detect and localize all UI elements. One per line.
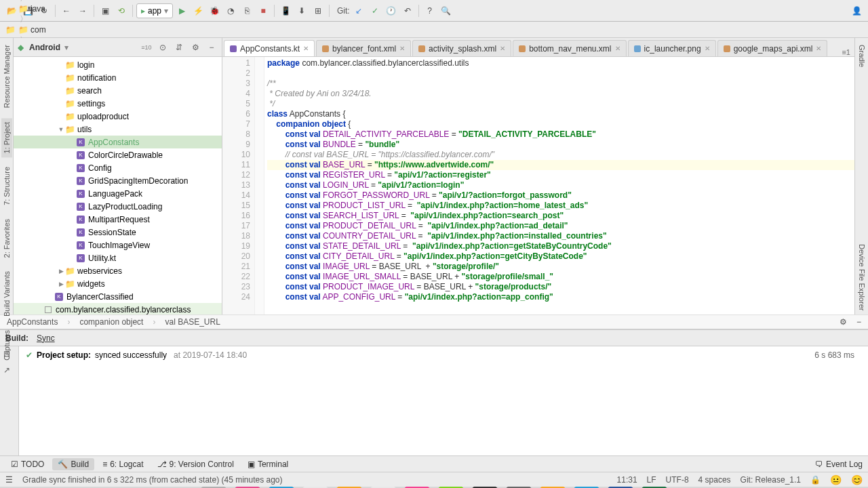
lock-icon[interactable]: 🔒 (810, 475, 821, 485)
tree-node[interactable]: KColorCircleDrawable (14, 148, 222, 161)
avd-icon[interactable]: 📱 (278, 3, 293, 18)
close-tab-icon[interactable]: ✕ (615, 45, 620, 52)
breadcrumb-item[interactable]: 📁 com (18, 25, 103, 35)
favorites-tab[interactable]: 2: Favorites (1, 215, 12, 262)
project-tab[interactable]: 1: Project (1, 118, 12, 157)
open-icon[interactable]: 📂 (4, 3, 19, 18)
tree-node[interactable]: KMultipartRequest (14, 213, 222, 226)
event-log-tab[interactable]: 🗨 Event Log (815, 460, 863, 469)
tree-node[interactable]: KTouchImageView (14, 239, 222, 251)
indent[interactable]: 4 spaces (698, 475, 731, 485)
menu-icon[interactable]: ☰ (5, 475, 13, 485)
success-icon: ✔ (26, 350, 33, 360)
gradle-tab[interactable]: Gradle (856, 41, 867, 71)
debug-icon[interactable]: 🐞 (207, 3, 222, 18)
run-icon[interactable]: ▶ (174, 3, 189, 18)
folder-icon: 📁 (5, 25, 16, 35)
encoding[interactable]: UTF-8 (666, 475, 689, 485)
tree-node[interactable]: 📁login (14, 58, 222, 71)
tree-node[interactable]: KAppConstants (14, 136, 222, 148)
build-variants-tab[interactable]: Build Variants (1, 267, 12, 321)
caret-position[interactable]: 11:31 (617, 475, 637, 485)
editor-tab[interactable]: AppConstants.kt✕ (224, 40, 315, 56)
tree-node[interactable]: 📁settings (14, 97, 222, 110)
build-hide-icon[interactable]: − (856, 317, 861, 327)
code-crumb[interactable]: AppConstants (7, 317, 58, 327)
tree-node[interactable]: KConfig (14, 161, 222, 174)
tree-node[interactable]: ▼📁utils (14, 123, 222, 136)
project-header: ◆ Android ▾ ≡10 ⊙ ⇵ ⚙ − (14, 38, 222, 57)
code-editor[interactable]: package com.bylancer.classified.bylancer… (264, 57, 854, 314)
sync-icon[interactable]: ⟲ (114, 3, 129, 18)
tree-node[interactable]: com.bylancer.classified.bylancerclass (14, 303, 222, 314)
collapse-icon[interactable]: ⇵ (173, 41, 185, 54)
target-icon[interactable]: ⊙ (157, 41, 169, 54)
stop-icon[interactable]: ■ (256, 3, 271, 18)
inspection-icon[interactable]: 😐 (830, 474, 842, 485)
device-explorer-tab[interactable]: Device File Explorer (856, 240, 867, 314)
resource-manager-tab[interactable]: Resource Manager (1, 41, 12, 113)
build-tab[interactable]: 🔨 Build (52, 458, 94, 470)
tree-node[interactable]: KLanguagePack (14, 187, 222, 200)
code-crumb[interactable]: companion object (79, 317, 143, 327)
profile-icon[interactable]: ◔ (223, 3, 238, 18)
breadcrumb-item[interactable]: 📁 java (18, 4, 103, 14)
user-icon[interactable]: 👤 (849, 3, 864, 18)
tree-node[interactable]: KUtility.kt (14, 251, 222, 264)
project-panel: ◆ Android ▾ ≡10 ⊙ ⇵ ⚙ − 📁login📁notificat… (14, 38, 222, 314)
git-update-icon[interactable]: ↙ (351, 3, 366, 18)
right-tool-strip: Gradle Device File Explorer (854, 38, 868, 314)
logcat-tab[interactable]: ≡ 6: Logcat (97, 458, 149, 470)
close-tab-icon[interactable]: ✕ (705, 45, 710, 52)
project-view-title[interactable]: Android (29, 43, 60, 52)
sdk-icon[interactable]: ⬇ (294, 3, 309, 18)
editor-tab[interactable]: ic_launcher.png✕ (628, 40, 716, 56)
sync-tab[interactable]: Sync (37, 333, 55, 343)
terminal-tab[interactable]: ▣ Terminal (242, 458, 294, 470)
project-tree[interactable]: 📁login📁notification📁search📁settings📁uplo… (14, 57, 222, 314)
scope-icon[interactable]: ≡10 (140, 41, 153, 54)
captures-tab[interactable]: Captures (1, 326, 12, 365)
tree-node[interactable]: KLazyProductLoading (14, 200, 222, 213)
editor-tab[interactable]: bottom_nav_menu.xml✕ (513, 40, 626, 56)
tree-node[interactable]: ▶📁widgets (14, 277, 222, 290)
tree-node[interactable]: 📁search (14, 84, 222, 97)
line-separator[interactable]: LF (647, 475, 656, 485)
editor-tab[interactable]: bylancer_font.xml✕ (316, 40, 411, 56)
close-tab-icon[interactable]: ✕ (303, 45, 309, 52)
structure-tab[interactable]: 7: Structure (1, 163, 12, 209)
tree-node[interactable]: KGridSpacingItemDecoration (14, 174, 222, 187)
editor-tab[interactable]: activity_splash.xml✕ (412, 40, 511, 56)
run-config-selector[interactable]: ▸ app ▾ (136, 3, 173, 18)
search-icon[interactable]: 🔍 (439, 3, 454, 18)
git-commit-icon[interactable]: ✓ (368, 3, 382, 18)
settings-icon[interactable]: ⚙ (189, 41, 201, 54)
apply-changes-icon[interactable]: ⚡ (191, 3, 205, 18)
attach-icon[interactable]: ⎘ (239, 3, 254, 18)
memory-icon[interactable]: 😊 (851, 474, 863, 485)
close-tab-icon[interactable]: ✕ (399, 45, 405, 52)
git-branch[interactable]: Git: Release_1.1 (741, 475, 801, 485)
close-tab-icon[interactable]: ✕ (816, 45, 821, 52)
help-icon[interactable]: ? (422, 3, 437, 18)
bottom-tool-tabs: ☑ TODO 🔨 Build ≡ 6: Logcat ⎇ 9: Version … (0, 455, 868, 472)
hide-icon[interactable]: − (205, 41, 218, 54)
build-message: ✔ Project setup: synced successfully at … (26, 350, 861, 360)
tab-menu[interactable]: ≡1 (837, 48, 854, 56)
tree-node[interactable]: 📁uploadproduct (14, 110, 222, 123)
build-settings-icon[interactable]: ⚙ (840, 317, 847, 327)
editor-tab[interactable]: google_maps_api.xml✕ (717, 40, 828, 56)
close-tab-icon[interactable]: ✕ (500, 45, 505, 52)
structure-icon[interactable]: ⊞ (311, 3, 326, 18)
build-side-btn[interactable]: ↗ (3, 365, 16, 378)
tree-node[interactable]: KSessionState (14, 226, 222, 239)
git-history-icon[interactable]: 🕐 (384, 3, 399, 18)
tree-node[interactable]: 📁notification (14, 71, 222, 84)
code-crumb[interactable]: val BASE_URL (165, 317, 220, 327)
tree-node[interactable]: ▶📁webservices (14, 264, 222, 277)
todo-tab[interactable]: ☑ TODO (5, 458, 50, 470)
vcs-tab[interactable]: ⎇ 9: Version Control (152, 458, 239, 470)
editor-area: AppConstants.kt✕bylancer_font.xml✕activi… (222, 38, 854, 314)
git-revert-icon[interactable]: ↶ (400, 3, 415, 18)
tree-node[interactable]: KBylancerClassified (14, 290, 222, 303)
